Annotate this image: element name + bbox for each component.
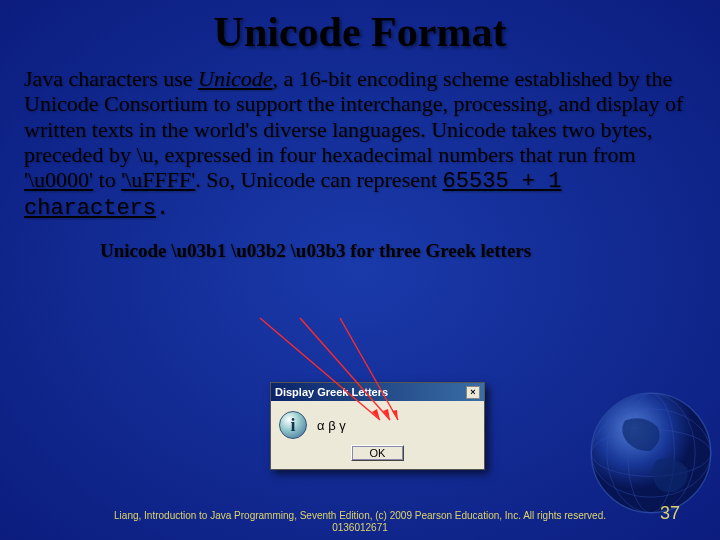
dialog-body: i α β γ (271, 401, 484, 445)
body-text-4: . So, Unicode can represent (195, 167, 442, 192)
svg-point-6 (591, 393, 711, 513)
ok-button[interactable]: OK (351, 445, 405, 461)
slide-title: Unicode Format (0, 0, 720, 56)
dialog-titlebar: Display Greek Letters × (271, 383, 484, 401)
dialog-title: Display Greek Letters (275, 386, 388, 398)
greek-subtext: Unicode \u03b1 \u03b2 \u03b3 for three G… (0, 222, 720, 263)
page-number: 37 (660, 503, 680, 524)
dialog-buttons: OK (271, 445, 484, 469)
unicode-word: Unicode (198, 66, 273, 91)
close-icon[interactable]: × (466, 386, 480, 399)
uffff-literal: '\uFFFF' (121, 167, 195, 192)
u0000-literal: '\u0000' (24, 167, 93, 192)
greek-dialog: Display Greek Letters × i α β γ OK (270, 382, 485, 470)
info-icon: i (279, 411, 307, 439)
body-paragraph: Java characters use Unicode, a 16-bit en… (0, 56, 720, 222)
globe-icon (586, 388, 716, 518)
greek-letters: α β γ (317, 418, 346, 433)
body-text-3: to (93, 167, 121, 192)
body-text-1: Java characters use (24, 66, 198, 91)
footer-citation: Liang, Introduction to Java Programming,… (0, 510, 720, 534)
body-text-5: . (156, 196, 169, 221)
